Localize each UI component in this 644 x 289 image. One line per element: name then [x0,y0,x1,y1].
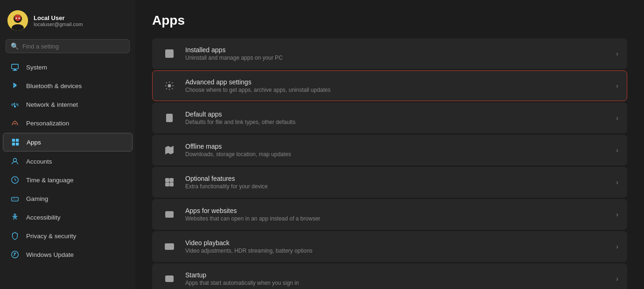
svg-rect-34 [170,183,173,186]
user-name: Local User [34,14,83,21]
sidebar-label-network: Network & internet [26,101,78,108]
svg-rect-13 [16,143,19,145]
default-apps-chevron: › [616,114,618,122]
video-playback-icon [161,238,178,255]
sidebar-label-accessibility: Accessibility [26,214,61,221]
user-email: localuser@gmail.com [34,21,83,27]
offline-maps-chevron: › [616,146,618,154]
privacy-icon [10,231,20,241]
settings-item-startup[interactable]: Startup Apps that start automatically wh… [152,263,627,289]
settings-list: Installed apps Uninstall and manage apps… [152,38,627,289]
svg-rect-24 [167,114,173,122]
time-icon [10,175,20,185]
offline-maps-text: Offline maps Downloads, storage location… [185,143,609,158]
settings-item-video-playback[interactable]: Video playback Video adjustments, HDR st… [152,231,627,262]
sidebar-item-privacy[interactable]: Privacy & security [3,227,133,245]
gaming-icon [10,194,20,203]
installed-apps-text: Installed apps Uninstall and manage apps… [185,46,609,61]
svg-rect-7 [14,69,16,70]
sidebar-item-apps[interactable]: Apps [3,133,133,151]
settings-item-installed-apps[interactable]: Installed apps Uninstall and manage apps… [152,38,627,69]
bluetooth-icon [10,81,20,90]
sidebar-item-accounts[interactable]: Accounts [3,152,133,170]
svg-marker-28 [166,146,174,154]
installed-apps-title: Installed apps [185,46,609,54]
settings-item-advanced-app-settings[interactable]: Advanced app settings Choose where to ge… [152,70,627,101]
optional-features-desc: Extra functionality for your device [185,183,609,190]
startup-text: Startup Apps that start automatically wh… [185,271,609,286]
offline-maps-title: Offline maps [185,143,609,150]
advanced-app-text: Advanced app settings Choose where to ge… [185,78,609,93]
installed-apps-chevron: › [616,50,618,57]
svg-rect-33 [166,183,169,186]
user-profile[interactable]: Local User localuser@gmail.com [0,5,135,39]
svg-point-5 [19,18,20,19]
network-icon [10,100,20,109]
sidebar-item-network[interactable]: Network & internet [3,96,133,113]
startup-chevron: › [616,275,618,282]
personalization-icon [10,118,20,128]
svg-rect-32 [170,179,173,182]
svg-point-3 [14,14,21,21]
apps-for-websites-chevron: › [616,211,618,218]
optional-features-chevron: › [616,179,618,186]
sidebar-label-personalization: Personalization [26,120,69,127]
avatar [7,10,28,31]
svg-rect-6 [12,64,18,69]
svg-point-9 [14,106,16,107]
svg-point-17 [14,214,16,216]
search-icon: 🔍 [11,42,19,50]
accessibility-icon [10,213,20,222]
sidebar-item-accessibility[interactable]: Accessibility [3,208,133,226]
sidebar-label-bluetooth: Bluetooth & devices [26,83,82,89]
settings-item-apps-for-websites[interactable]: Apps for websites Websites that can open… [152,199,627,230]
search-box[interactable]: 🔍 [6,39,130,53]
sidebar-label-update: Windows Update [26,251,74,258]
apps-for-websites-title: Apps for websites [185,207,609,214]
sidebar-item-personalization[interactable]: Personalization [3,114,133,132]
system-icon [10,62,20,72]
main-content: Apps Installed apps Uninstall and manage… [135,0,644,289]
apps-for-websites-icon [161,206,178,223]
search-input[interactable] [22,43,125,50]
video-playback-chevron: › [616,243,618,250]
offline-maps-desc: Downloads, storage location, map updates [185,151,609,158]
default-apps-desc: Defaults for file and link types, other … [185,119,609,125]
svg-rect-16 [12,197,18,201]
accounts-icon [10,157,20,166]
settings-item-offline-maps[interactable]: Offline maps Downloads, storage location… [152,135,627,165]
settings-item-default-apps[interactable]: Default apps Defaults for file and link … [152,103,627,133]
user-info: Local User localuser@gmail.com [34,14,83,27]
startup-title: Startup [185,271,609,279]
sidebar-label-privacy: Privacy & security [26,233,76,240]
advanced-app-title: Advanced app settings [185,78,609,86]
sidebar-item-gaming[interactable]: Gaming [3,190,133,207]
sidebar-item-bluetooth[interactable]: Bluetooth & devices [3,77,133,95]
sidebar-item-system[interactable]: System [3,58,133,76]
svg-rect-40 [166,276,174,282]
sidebar: Local User localuser@gmail.com 🔍 System … [0,0,135,289]
svg-point-23 [168,84,171,87]
advanced-app-icon [161,77,178,94]
settings-item-optional-features[interactable]: Optional features Extra functionality fo… [152,167,627,198]
default-apps-text: Default apps Defaults for file and link … [185,110,609,125]
svg-rect-10 [12,139,15,142]
sidebar-label-apps: Apps [27,139,41,146]
svg-point-14 [13,158,16,162]
sidebar-label-gaming: Gaming [26,195,48,202]
sidebar-item-update[interactable]: Windows Update [3,246,133,263]
svg-rect-12 [12,143,15,145]
sidebar-item-time[interactable]: Time & language [3,171,133,189]
video-playback-desc: Video adjustments, HDR streaming, batter… [185,248,609,254]
advanced-app-desc: Choose where to get apps, archive apps, … [185,87,609,93]
sidebar-label-accounts: Accounts [26,158,52,165]
offline-maps-icon [161,142,178,158]
installed-apps-icon [161,45,178,62]
page-title: Apps [152,13,627,28]
video-playback-title: Video playback [185,239,609,247]
svg-point-37 [168,212,169,213]
svg-rect-8 [13,70,17,70]
svg-point-36 [167,212,168,213]
installed-apps-desc: Uninstall and manage apps on your PC [185,55,609,61]
apps-icon [11,138,20,147]
